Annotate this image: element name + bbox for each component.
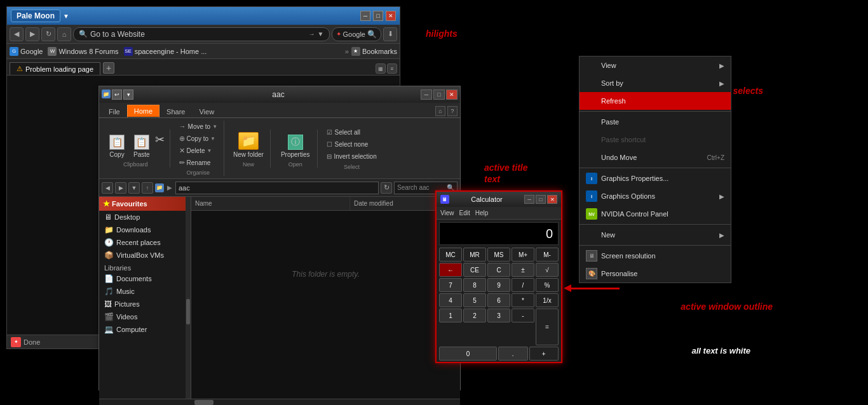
explorer-up[interactable]: ↑ [142, 182, 153, 194]
search-icon[interactable]: 🔍 [367, 30, 377, 39]
key-dot[interactable]: . [498, 347, 528, 361]
minimize-button[interactable]: ─ [360, 11, 370, 21]
delete-button[interactable]: ✕ Delete ▼ [177, 145, 220, 156]
calc-menu-view[interactable]: View [440, 209, 454, 216]
key-sqrt[interactable]: √ [536, 263, 559, 277]
key-add[interactable]: + [529, 347, 559, 361]
key-1[interactable]: 1 [439, 309, 462, 322]
key-7[interactable]: 7 [439, 278, 462, 292]
sidebar-scrollbar[interactable] [186, 197, 191, 399]
sidebar-item-downloads[interactable]: 📁 Downloads [99, 223, 191, 236]
select-all-button[interactable]: ☑ Select all [324, 127, 379, 138]
bookmark-google[interactable]: G Google [10, 47, 43, 56]
search-input[interactable]: Google [343, 30, 365, 38]
sidebar-item-vbox[interactable]: 📦 VirtualBox VMs [99, 249, 191, 262]
key-mminus[interactable]: M- [536, 248, 559, 262]
active-tab[interactable]: ⚠ Problem loading page [10, 62, 100, 75]
back-button[interactable]: ◀ [10, 27, 24, 41]
key-8[interactable]: 8 [463, 278, 486, 292]
search-box[interactable]: ✦ Google 🔍 [332, 27, 381, 41]
sidebar-item-videos[interactable]: 🎬 Videos [99, 310, 191, 323]
hscroll-thumb[interactable] [194, 400, 214, 405]
sidebar-item-music[interactable]: 🎵 Music [99, 285, 191, 298]
explorer-close[interactable]: ✕ [446, 90, 458, 100]
reload-button[interactable]: ↻ [41, 27, 55, 41]
maximize-button[interactable]: □ [373, 11, 383, 21]
calc-maximize[interactable]: □ [536, 195, 546, 204]
key-mc[interactable]: MC [439, 248, 462, 262]
key-3[interactable]: 3 [487, 309, 510, 322]
key-ms[interactable]: MS [487, 248, 510, 262]
cm-personalise[interactable]: 🎨 Personalise [580, 265, 731, 282]
breadcrumb-bar[interactable]: aac [175, 182, 379, 194]
scissors-icon[interactable]: ✂ [155, 133, 165, 147]
home-breadcrumb-btn[interactable]: ⌂ [435, 106, 445, 116]
favourites-header[interactable]: ★ Favourites [99, 197, 191, 211]
sidebar-item-computer[interactable]: 💻 Computer [99, 323, 191, 336]
bookmark-win8[interactable]: W Windows 8 Forums [48, 47, 118, 56]
key-0[interactable]: 0 [439, 347, 497, 361]
invert-selection-button[interactable]: ⊟ Invert selection [324, 151, 379, 163]
copy-button[interactable]: 📋 Copy [105, 133, 128, 160]
ribbon-tab-home[interactable]: Home [127, 105, 159, 117]
moveto-arrow[interactable]: ▼ [212, 124, 217, 129]
browser-title-arrow[interactable]: ▼ [63, 13, 69, 20]
bookmark-se[interactable]: SE spaceengine - Home ... [124, 47, 207, 56]
key-mul[interactable]: * [512, 293, 534, 307]
cm-sort-by[interactable]: Sort by ▶ [580, 74, 731, 92]
select-none-button[interactable]: ☐ Select none [324, 139, 379, 150]
explorer-back[interactable]: ◀ [102, 182, 113, 194]
sidebar-item-pictures[interactable]: 🖼 Pictures [99, 298, 191, 310]
customize-icon[interactable]: ▾ [123, 90, 133, 100]
ribbon-tab-view[interactable]: View [192, 105, 221, 117]
browser-title[interactable]: Pale Moon [11, 10, 60, 22]
refresh-btn[interactable]: ↻ [381, 182, 392, 194]
cm-undo-move[interactable]: Undo Move Ctrl+Z [580, 149, 731, 166]
rename-button[interactable]: ✏ Rename [177, 157, 220, 168]
more-bookmarks-arrow[interactable]: » [345, 48, 349, 55]
undo-icon[interactable]: ↩ [112, 90, 122, 100]
key-inv[interactable]: 1/x [536, 293, 559, 307]
delete-arrow[interactable]: ▼ [207, 148, 212, 154]
paste-button[interactable]: 📋 Paste [130, 133, 154, 160]
move-to-button[interactable]: → Move to ▼ [177, 121, 220, 132]
download-button[interactable]: ⬇ [383, 27, 397, 41]
address-go-arrow[interactable]: → [309, 30, 315, 37]
key-5[interactable]: 5 [463, 293, 486, 307]
calc-minimize[interactable]: ─ [524, 195, 534, 204]
key-equals[interactable]: = [536, 309, 559, 345]
address-bar[interactable]: 🔍 Go to a Website → ▼ [73, 27, 330, 41]
key-2[interactable]: 2 [463, 309, 486, 322]
calc-close[interactable]: ✕ [547, 195, 557, 204]
close-button[interactable]: ✕ [386, 11, 396, 21]
forward-button[interactable]: ▶ [25, 27, 39, 41]
key-mplus[interactable]: M+ [512, 248, 534, 262]
calc-menu-edit[interactable]: Edit [459, 209, 470, 216]
key-sub[interactable]: - [512, 309, 534, 322]
home-button[interactable]: ⌂ [57, 27, 71, 41]
key-backspace[interactable]: ← [439, 263, 462, 277]
key-9[interactable]: 9 [487, 278, 510, 292]
help-btn[interactable]: ? [447, 106, 458, 116]
cm-view[interactable]: View ▶ [580, 56, 731, 74]
explorer-history[interactable]: ▼ [128, 182, 140, 194]
sidebar-item-recent[interactable]: 🕐 Recent places [99, 236, 191, 249]
key-c[interactable]: C [487, 263, 510, 277]
tab-grid-view[interactable]: ▦ [376, 63, 386, 74]
explorer-maximize[interactable]: □ [433, 90, 445, 100]
key-6[interactable]: 6 [487, 293, 510, 307]
key-ce[interactable]: CE [463, 263, 486, 277]
bookmarks-menu[interactable]: ★ Bookmarks [351, 47, 397, 56]
new-folder-button[interactable]: 📁 New folder [231, 130, 266, 160]
cm-paste[interactable]: Paste [580, 113, 731, 131]
key-4[interactable]: 4 [439, 293, 462, 307]
sidebar-item-documents[interactable]: 📄 Documents [99, 272, 191, 285]
horizontal-scrollbar[interactable] [99, 399, 460, 405]
sidebar-item-desktop[interactable]: 🖥 Desktop [99, 211, 191, 223]
column-name[interactable]: Name [191, 197, 350, 210]
explorer-minimize[interactable]: ─ [421, 90, 432, 100]
cm-graphics-options[interactable]: i Graphics Options ▶ [580, 187, 731, 205]
copy-to-button[interactable]: ⊕ Copy to ▼ [177, 133, 220, 144]
key-pct[interactable]: % [536, 278, 559, 292]
key-div[interactable]: / [512, 278, 534, 292]
